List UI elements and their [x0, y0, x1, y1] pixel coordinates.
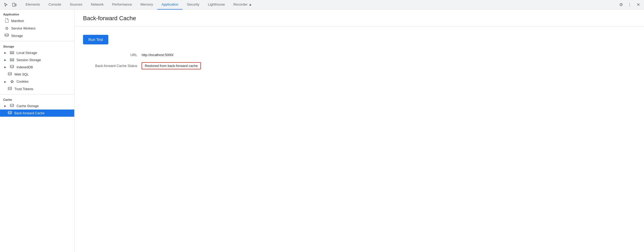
svg-rect-4 [10, 52, 14, 53]
manifest-icon [4, 18, 9, 23]
sidebar-item-indexeddb[interactable]: ▶ IndexedDB [0, 64, 74, 71]
sidebar-item-cache-storage[interactable]: ▶ Cache Storage [0, 102, 74, 110]
tab-network[interactable]: Network [87, 0, 108, 10]
svg-point-11 [8, 87, 12, 88]
cursor-icon[interactable] [2, 1, 10, 9]
main-area: Application Manifest ⚙ Service Workers [0, 10, 644, 252]
svg-point-2 [5, 34, 9, 35]
svg-rect-8 [10, 61, 14, 61]
content-body: Run Test URL http://localhost:5000/ Back… [75, 26, 644, 83]
url-label: URL [83, 53, 142, 57]
divider-1 [0, 41, 74, 41]
tab-elements[interactable]: Elements [21, 0, 44, 10]
sidebar-section-application: Application [0, 11, 74, 17]
url-value: http://localhost:5000/ [142, 53, 174, 57]
url-row: URL http://localhost:5000/ [83, 53, 635, 57]
tab-recorder[interactable]: Recorder ▲ [229, 0, 256, 10]
sidebar-item-local-storage[interactable]: ▶ Local Storage [0, 49, 74, 56]
cache-storage-icon [10, 104, 14, 108]
indexeddb-icon [10, 65, 14, 69]
sidebar-item-manifest[interactable]: Manifest [0, 17, 74, 25]
svg-rect-7 [10, 60, 14, 60]
svg-point-13 [8, 111, 12, 112]
status-label: Back-forward Cache Status [83, 64, 142, 68]
tab-bar-right: ⚙ ⋮ ✕ [617, 1, 642, 9]
devtools-icons [2, 1, 18, 9]
status-row: Back-forward Cache Status Restored from … [83, 62, 635, 69]
back-forward-cache-icon [7, 111, 12, 115]
sidebar-item-session-storage[interactable]: ▶ Session Storage [0, 56, 74, 64]
tab-lighthouse[interactable]: Lighthouse [204, 0, 229, 10]
chevron-cache-storage: ▶ [4, 104, 7, 107]
status-value: Restored from back-forward cache [142, 62, 201, 69]
sidebar: Application Manifest ⚙ Service Workers [0, 10, 75, 252]
run-test-button[interactable]: Run Test [83, 35, 108, 44]
svg-rect-6 [10, 58, 14, 59]
storage-icon [4, 33, 9, 38]
sidebar-item-cookies[interactable]: ▶ ✿ Cookies [0, 78, 74, 85]
local-storage-icon [10, 51, 14, 55]
tab-security[interactable]: Security [183, 0, 204, 10]
settings-icon[interactable]: ⚙ [617, 1, 625, 9]
cookies-icon: ✿ [10, 79, 14, 84]
chevron-local-storage: ▶ [4, 51, 7, 54]
device-icon[interactable] [11, 1, 18, 9]
sidebar-item-web-sql[interactable]: Web SQL [0, 71, 74, 78]
sidebar-item-back-forward-cache[interactable]: Back-forward Cache [0, 110, 74, 117]
trust-tokens-icon [7, 87, 12, 91]
tab-memory[interactable]: Memory [136, 0, 157, 10]
tab-application[interactable]: Application [157, 0, 183, 10]
tab-sources[interactable]: Sources [65, 0, 87, 10]
svg-point-9 [10, 65, 14, 66]
service-workers-icon: ⚙ [4, 26, 9, 31]
sidebar-item-service-workers[interactable]: ⚙ Service Workers [0, 25, 74, 32]
svg-point-10 [8, 72, 12, 73]
session-storage-icon [10, 58, 14, 62]
tab-console[interactable]: Console [44, 0, 65, 10]
svg-rect-1 [15, 4, 16, 6]
page-title: Back-forward Cache [75, 10, 644, 26]
web-sql-icon [7, 72, 12, 77]
sidebar-section-cache: Cache [0, 96, 74, 102]
more-icon[interactable]: ⋮ [626, 1, 633, 9]
divider-2 [0, 94, 74, 94]
sidebar-item-storage[interactable]: Storage [0, 32, 74, 39]
tab-performance[interactable]: Performance [108, 0, 136, 10]
chevron-indexeddb: ▶ [4, 66, 7, 69]
svg-point-12 [10, 104, 14, 105]
chevron-cookies: ▶ [4, 80, 7, 83]
tab-bar: Elements Console Sources Network Perform… [0, 0, 644, 10]
svg-rect-3 [10, 51, 14, 52]
sidebar-section-storage: Storage [0, 43, 74, 49]
chevron-session-storage: ▶ [4, 58, 7, 61]
close-icon[interactable]: ✕ [634, 1, 642, 9]
svg-rect-0 [13, 3, 15, 6]
svg-rect-5 [10, 53, 14, 54]
sidebar-item-trust-tokens[interactable]: Trust Tokens [0, 85, 74, 93]
content-panel: Back-forward Cache Run Test URL http://l… [75, 10, 644, 252]
